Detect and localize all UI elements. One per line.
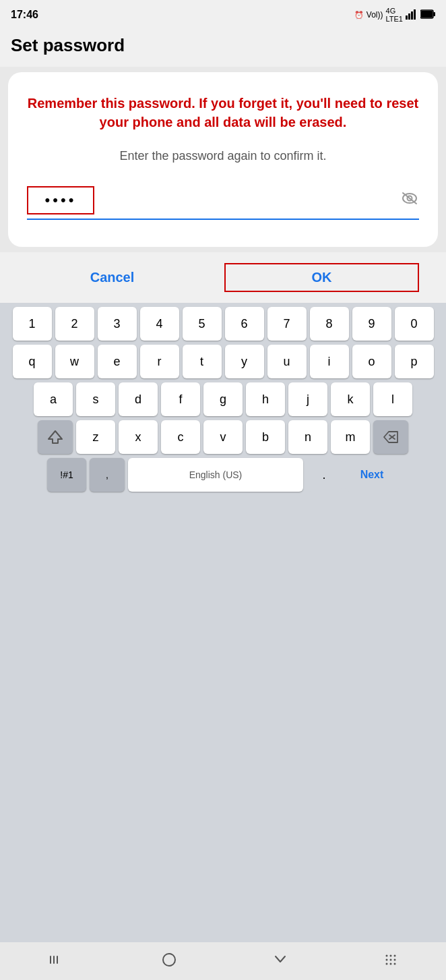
key-9[interactable]: 9 (352, 307, 391, 341)
password-dots-box[interactable]: •••• (27, 186, 94, 214)
key-a[interactable]: a (34, 382, 73, 416)
menu-button[interactable] (384, 953, 397, 967)
password-dots: •••• (45, 192, 77, 209)
key-t[interactable]: t (183, 345, 222, 378)
svg-rect-5 (433, 12, 435, 16)
svg-point-21 (385, 959, 387, 961)
svg-point-20 (393, 955, 395, 957)
network-icon: 4GLTE1 (386, 7, 403, 23)
key-2[interactable]: 2 (55, 307, 94, 341)
alarm-icon: ⏰ (354, 11, 364, 20)
keyboard-row-bottom: !#1 , English (US) . Next (3, 458, 443, 492)
key-0[interactable]: 0 (395, 307, 434, 341)
key-z[interactable]: z (76, 420, 115, 454)
key-6[interactable]: 6 (225, 307, 264, 341)
key-c[interactable]: c (161, 420, 200, 454)
svg-rect-2 (411, 11, 413, 20)
next-key[interactable]: Next (345, 458, 399, 492)
status-icons: ⏰ Vol)) 4GLTE1 (354, 7, 435, 23)
svg-point-19 (389, 955, 391, 957)
keyboard: 1 2 3 4 5 6 7 8 9 0 q w e r t y u i o p … (0, 303, 446, 942)
keyboard-row-zxcv: z x c v b n m (3, 420, 443, 454)
svg-point-23 (393, 959, 395, 961)
symbols-key[interactable]: !#1 (47, 458, 86, 492)
password-input-wrapper[interactable]: •••• (27, 186, 419, 220)
key-8[interactable]: 8 (310, 307, 349, 341)
key-v[interactable]: v (203, 420, 243, 454)
dialog-buttons: Cancel OK (0, 252, 446, 303)
key-p[interactable]: p (395, 345, 434, 378)
key-5[interactable]: 5 (183, 307, 222, 341)
key-e[interactable]: e (98, 345, 137, 378)
key-f[interactable]: f (161, 382, 200, 416)
back-button[interactable] (49, 953, 64, 967)
confirm-text: Enter the password again to confirm it. (119, 148, 326, 165)
key-3[interactable]: 3 (98, 307, 137, 341)
recents-button[interactable] (274, 955, 286, 964)
period-key[interactable]: . (307, 458, 342, 492)
key-q[interactable]: q (13, 345, 52, 378)
key-j[interactable]: j (288, 382, 327, 416)
keyboard-row-asdf: a s d f g h j k l (3, 382, 443, 416)
key-4[interactable]: 4 (140, 307, 179, 341)
svg-point-17 (163, 954, 175, 966)
page-title: Set password (11, 35, 435, 56)
key-g[interactable]: g (203, 382, 243, 416)
key-m[interactable]: m (331, 420, 370, 454)
key-h[interactable]: h (246, 382, 285, 416)
key-l[interactable]: l (373, 382, 412, 416)
svg-point-18 (385, 955, 387, 957)
key-s[interactable]: s (76, 382, 115, 416)
key-y[interactable]: y (225, 345, 264, 378)
svg-point-22 (389, 959, 391, 961)
svg-rect-6 (421, 11, 433, 18)
nav-bar (0, 942, 446, 980)
svg-point-26 (393, 963, 395, 965)
signal-icon (406, 9, 418, 21)
key-o[interactable]: o (352, 345, 391, 378)
key-u[interactable]: u (267, 345, 307, 378)
home-button[interactable] (162, 952, 177, 967)
keyboard-row-numbers: 1 2 3 4 5 6 7 8 9 0 (3, 307, 443, 341)
key-i[interactable]: i (310, 345, 349, 378)
backspace-key[interactable] (373, 420, 408, 454)
key-1[interactable]: 1 (13, 307, 52, 341)
key-w[interactable]: w (55, 345, 94, 378)
svg-rect-0 (406, 16, 408, 20)
key-r[interactable]: r (140, 345, 179, 378)
space-key[interactable]: English (US) (128, 458, 303, 492)
svg-rect-3 (414, 9, 416, 20)
toggle-password-visibility-icon[interactable] (400, 191, 419, 210)
warning-text: Remember this password. If you forget it… (27, 94, 419, 132)
keyboard-row-qwerty: q w e r t y u i o p (3, 345, 443, 378)
key-x[interactable]: x (119, 420, 158, 454)
svg-point-24 (385, 963, 387, 965)
header: Set password (0, 27, 446, 67)
key-k[interactable]: k (331, 382, 370, 416)
svg-rect-1 (408, 13, 410, 20)
key-n[interactable]: n (288, 420, 327, 454)
volume-icon: Vol)) (367, 10, 383, 20)
status-bar: 17:46 ⏰ Vol)) 4GLTE1 (0, 0, 446, 27)
battery-icon (420, 9, 435, 20)
comma-key[interactable]: , (90, 458, 125, 492)
svg-marker-11 (384, 432, 397, 442)
svg-point-25 (389, 963, 391, 965)
svg-marker-10 (49, 431, 62, 443)
cancel-button[interactable]: Cancel (27, 264, 197, 291)
password-card: Remember this password. If you forget it… (8, 72, 438, 247)
key-d[interactable]: d (119, 382, 158, 416)
shift-key[interactable] (38, 420, 73, 454)
status-time: 17:46 (11, 9, 38, 21)
ok-button[interactable]: OK (224, 263, 419, 292)
key-7[interactable]: 7 (267, 307, 307, 341)
key-b[interactable]: b (246, 420, 285, 454)
